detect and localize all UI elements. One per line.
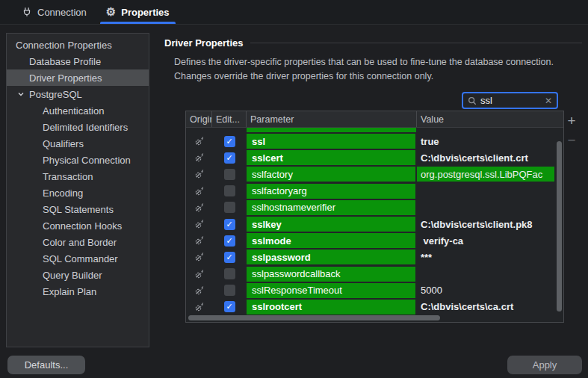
sidebar-item-label: Query Builder [43, 270, 102, 281]
table-row[interactable]: ✓sslrootcertC:\dbvis\certs\ca.crt [186, 299, 563, 315]
value-cell[interactable]: org.postgresql.ssl.LibPQFac [417, 167, 554, 182]
sidebar-item-label: Driver Properties [29, 72, 102, 84]
sidebar-item-explain-plan[interactable]: Explain Plan [7, 283, 149, 300]
tab-connection[interactable]: Connection [12, 0, 96, 24]
checkbox-unchecked[interactable] [224, 202, 235, 213]
driver-properties-table: Origin Edit... Parameter Value ✓ssltrue✓… [185, 111, 564, 323]
table-row[interactable]: sslpasswordcallback [186, 266, 563, 282]
checkbox-checked[interactable]: ✓ [224, 235, 235, 247]
table-row[interactable]: ✓sslkeyC:\dbvis\certs\client.pk8 [186, 216, 563, 232]
table-row[interactable]: ✓sslmode verify-ca [186, 232, 563, 249]
sidebar-item-physical-connection[interactable]: Physical Connection [7, 152, 149, 168]
value-cell[interactable]: verify-ca [417, 233, 554, 248]
table-row[interactable]: ✓sslcertC:\dbvis\certs\client.crt [186, 149, 563, 166]
tab-connection-label: Connection [37, 7, 87, 18]
table-row[interactable]: sslhostnameverifier [186, 199, 563, 216]
checkbox-unchecked[interactable] [224, 285, 235, 296]
sidebar-item-qualifiers[interactable]: Qualifiers [7, 135, 149, 152]
edit-cell: ✓ [212, 152, 247, 164]
value-cell[interactable] [417, 184, 554, 199]
parameter-cell[interactable]: sslhostnameverifier [247, 200, 415, 215]
sidebar-item-label: Physical Connection [43, 155, 131, 166]
sidebar-item-label: Delimited Identifiers [43, 122, 128, 133]
clear-search-icon[interactable]: ✕ [545, 96, 552, 105]
section-header: Driver Properties [164, 37, 582, 49]
sidebar-item-color-and-border[interactable]: Color and Border [7, 234, 149, 250]
parameter-cell[interactable]: ssl [247, 134, 415, 149]
sidebar-item-label: Explain Plan [43, 286, 96, 297]
vertical-scrollbar[interactable] [557, 141, 562, 312]
chevron-down-icon[interactable] [16, 89, 26, 99]
add-property-button[interactable]: + [563, 112, 581, 130]
column-header-origin[interactable]: Origin [186, 111, 212, 127]
parameter-cell[interactable]: sslfactoryarg [247, 184, 415, 199]
search-input[interactable]: ssl ✕ [462, 92, 558, 109]
checkbox-checked[interactable]: ✓ [224, 152, 235, 164]
edit-cell: ✓ [212, 235, 247, 247]
table-row[interactable]: ✓sslpassword*** [186, 249, 563, 265]
sidebar-item-connection-properties[interactable]: Connection Properties [7, 37, 149, 53]
driver-icon [186, 136, 212, 146]
parameter-cell[interactable]: sslfactory [247, 167, 415, 182]
sidebar-item-driver-properties[interactable]: Driver Properties [7, 69, 149, 86]
value-cell[interactable] [417, 267, 554, 282]
column-header-parameter[interactable]: Parameter [247, 111, 417, 127]
edit-cell: ✓ [212, 252, 247, 263]
value-cell[interactable]: 5000 [417, 283, 554, 298]
edit-cell: ✓ [212, 219, 247, 230]
sidebar-item-sql-statements[interactable]: SQL Statements [7, 201, 149, 217]
sidebar-item-label: Authentication [43, 105, 104, 117]
table-row[interactable]: sslfactoryorg.postgresql.ssl.LibPQFac [186, 166, 563, 182]
value-cell[interactable]: true [417, 134, 554, 149]
parameter-cell[interactable]: sslpasswordcallback [247, 267, 415, 282]
value-cell[interactable]: C:\dbvis\certs\ca.crt [417, 300, 554, 315]
column-header-value[interactable]: Value [417, 111, 563, 127]
tab-bar: Connection ⚙ Properties [0, 0, 588, 25]
checkbox-unchecked[interactable] [224, 268, 235, 279]
checkbox-checked[interactable]: ✓ [224, 219, 235, 230]
remove-property-button[interactable]: − [563, 131, 581, 149]
sidebar-item-label: Qualifiers [43, 138, 84, 149]
parameter-cell[interactable]: sslmode [247, 233, 415, 248]
sidebar-item-encoding[interactable]: Encoding [7, 185, 149, 201]
driver-icon [186, 252, 212, 262]
sidebar-item-delimited-identifiers[interactable]: Delimited Identifiers [7, 119, 149, 135]
driver-icon [186, 269, 212, 279]
sidebar-item-transaction[interactable]: Transaction [7, 168, 149, 185]
checkbox-checked[interactable]: ✓ [224, 252, 235, 263]
defaults-button[interactable]: Defaults... [7, 356, 85, 374]
value-cell[interactable] [417, 200, 554, 215]
column-header-edit[interactable]: Edit... [212, 111, 247, 127]
checkbox-unchecked[interactable] [224, 185, 235, 196]
value-cell[interactable]: *** [417, 250, 554, 264]
checkbox-checked[interactable]: ✓ [224, 136, 235, 147]
parameter-cell[interactable]: sslcert [247, 150, 415, 165]
driver-icon [186, 152, 212, 163]
tab-properties[interactable]: ⚙ Properties [96, 0, 179, 24]
settings-tree: Connection PropertiesDatabase ProfileDri… [6, 33, 149, 347]
sidebar-item-query-builder[interactable]: Query Builder [7, 267, 149, 283]
sidebar-item-connection-hooks[interactable]: Connection Hooks [7, 217, 149, 234]
horizontal-scrollbar[interactable] [188, 315, 440, 320]
value-cell[interactable]: C:\dbvis\certs\client.crt [417, 150, 554, 165]
sidebar-item-sql-commander[interactable]: SQL Commander [7, 250, 149, 267]
table-row[interactable]: ✓ssltrue [186, 133, 563, 149]
parameter-cell[interactable]: sslrootcert [247, 300, 415, 315]
table-row[interactable]: sslfactoryarg [186, 183, 563, 199]
driver-icon [186, 186, 212, 196]
sidebar-item-label: Connection Properties [16, 40, 112, 51]
table-header: Origin Edit... Parameter Value [186, 111, 563, 128]
sidebar-item-postgresql[interactable]: PostgreSQL [7, 86, 149, 102]
parameter-cell[interactable]: sslResponseTimeout [247, 283, 415, 298]
sidebar-item-authentication[interactable]: Authentication [7, 102, 149, 119]
parameter-cell[interactable]: sslpassword [247, 250, 415, 264]
table-row[interactable]: sslResponseTimeout5000 [186, 282, 563, 299]
parameter-cell[interactable]: sslkey [247, 217, 415, 232]
sidebar-item-database-profile[interactable]: Database Profile [7, 53, 149, 69]
description-line-1: Defines the driver-specific properties t… [174, 55, 554, 69]
value-cell[interactable]: C:\dbvis\certs\client.pk8 [417, 217, 554, 232]
checkbox-checked[interactable]: ✓ [224, 301, 235, 312]
table-body: ✓ssltrue✓sslcertC:\dbvis\certs\client.cr… [186, 133, 563, 315]
checkbox-unchecked[interactable] [224, 169, 235, 180]
apply-button[interactable]: Apply [507, 356, 582, 374]
